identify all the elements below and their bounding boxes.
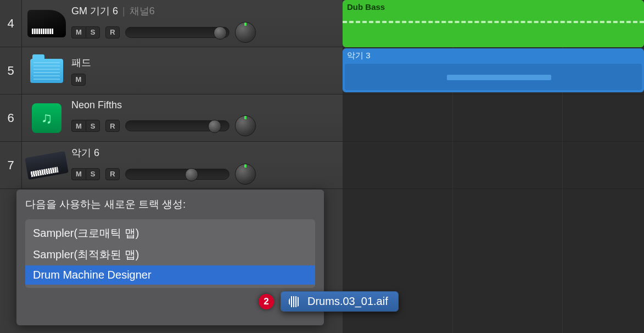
synth-icon xyxy=(25,151,69,179)
popup-option-sampler-optimized[interactable]: Sampler(최적화된 맵) xyxy=(25,244,315,265)
arrange-lane[interactable] xyxy=(343,142,644,189)
track-row[interactable]: 7 악기 6 M S R xyxy=(0,142,343,189)
record-enable-button[interactable]: R xyxy=(105,26,120,38)
drag-preview: 2 Drums.03_01.aif xyxy=(259,291,399,312)
volume-slider[interactable] xyxy=(125,27,229,38)
solo-button[interactable]: S xyxy=(86,168,100,180)
solo-button[interactable]: S xyxy=(86,26,100,38)
arrange-lane[interactable] xyxy=(343,95,644,142)
pan-knob[interactable] xyxy=(235,164,256,185)
midi-region-instrument3[interactable]: 악기 3 xyxy=(343,48,644,92)
track-instrument-icon[interactable]: ♫ xyxy=(22,95,71,141)
record-enable-button[interactable]: R xyxy=(105,168,120,180)
volume-thumb[interactable] xyxy=(214,26,227,40)
dragged-file-name: Drums.03_01.aif xyxy=(307,295,388,308)
pan-knob[interactable] xyxy=(235,115,256,136)
track-separator: | xyxy=(122,5,125,17)
mute-button[interactable]: M xyxy=(71,26,86,38)
mute-button[interactable]: M xyxy=(71,120,86,132)
track-instrument-icon[interactable] xyxy=(22,142,71,188)
arrange-grid[interactable]: Dub Bass 악기 3 xyxy=(343,0,644,333)
track-row[interactable]: 4 GM 기기 6 | 채널6 M S R xyxy=(0,0,343,47)
midi-region-dub-bass[interactable]: Dub Bass xyxy=(343,0,644,47)
volume-slider[interactable] xyxy=(125,120,229,131)
waveform-icon xyxy=(287,296,302,307)
track-name: 악기 6 xyxy=(71,146,99,159)
popup-option-list: Sampler(크로매틱 맵) Sampler(최적화된 맵) Drum Mac… xyxy=(25,219,315,288)
track-row[interactable]: 5 패드 M xyxy=(0,47,343,95)
track-folder-icon[interactable] xyxy=(22,47,71,94)
volume-slider[interactable] xyxy=(125,169,229,180)
track-instrument-icon[interactable] xyxy=(22,0,71,47)
volume-thumb[interactable] xyxy=(185,168,198,181)
volume-thumb[interactable] xyxy=(208,120,221,133)
track-row[interactable]: 6 ♫ Neon Fifths M S R xyxy=(0,95,343,142)
region-label: 악기 3 xyxy=(347,51,371,60)
popup-option-sampler-chromatic[interactable]: Sampler(크로매틱 맵) xyxy=(25,223,315,244)
music-note-icon: ♫ xyxy=(32,103,61,133)
track-name: 패드 xyxy=(71,56,91,69)
mute-button[interactable]: M xyxy=(71,74,86,86)
region-label: Dub Bass xyxy=(347,2,385,12)
record-enable-button[interactable]: R xyxy=(105,120,120,132)
solo-button[interactable]: S xyxy=(86,120,100,132)
track-number: 5 xyxy=(0,47,22,94)
track-number: 7 xyxy=(0,142,22,188)
popup-title: 다음을 사용하는 새로운 트랙 생성: xyxy=(25,197,315,212)
track-channel-label: 채널6 xyxy=(130,4,155,18)
midi-note-icon xyxy=(447,75,551,80)
pan-knob[interactable] xyxy=(235,22,256,43)
track-name: GM 기기 6 xyxy=(71,4,118,18)
track-number: 4 xyxy=(0,0,22,47)
folder-icon xyxy=(30,59,63,83)
dragged-audio-file[interactable]: Drums.03_01.aif xyxy=(281,291,399,312)
piano-icon xyxy=(27,10,66,37)
track-number: 6 xyxy=(0,95,22,141)
mute-button[interactable]: M xyxy=(71,168,86,180)
track-name: Neon Fifths xyxy=(71,99,122,111)
callout-badge: 2 xyxy=(259,294,274,309)
popup-option-drum-machine-designer[interactable]: Drum Machine Designer xyxy=(25,265,315,285)
